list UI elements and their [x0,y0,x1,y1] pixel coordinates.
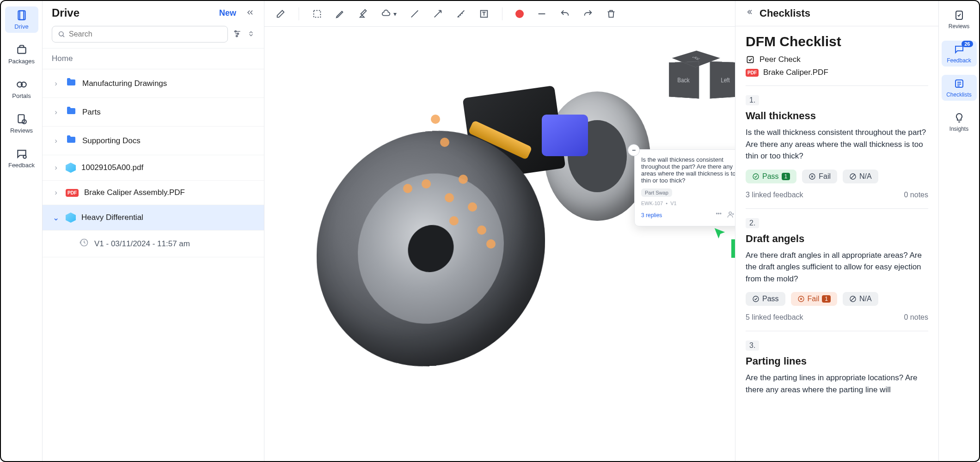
model-part [317,123,545,374]
feedback-marker[interactable] [459,175,468,184]
portals-icon [16,79,28,91]
nav-drive[interactable]: Drive [5,6,38,33]
left-nav-rail: Drive Packages Portals Reviews Feedback [1,1,43,461]
checklist-item: 1. Wall thickness Is the wall thickness … [746,85,928,208]
checklists-icon [953,78,965,90]
annotation-collapse-icon[interactable]: − [628,144,640,156]
breadcrumb[interactable]: Home [43,48,264,69]
checklist-item-desc: Are the parting lines in appropriate loc… [746,372,928,395]
edit-tool-icon[interactable] [276,9,286,19]
svg-rect-1 [19,11,24,20]
undo-icon[interactable] [560,9,570,19]
pass-chip[interactable]: Pass 1 [746,170,796,183]
nav-cube[interactable]: Top Back Left [680,55,721,96]
notes-count[interactable]: 0 notes [904,191,928,199]
svg-rect-2 [18,48,25,54]
toolbar-separator [299,7,299,20]
na-chip[interactable]: N/A [843,292,878,306]
linked-feedback-count[interactable]: 5 linked feedback [746,313,803,322]
search-box[interactable] [52,26,228,43]
cloud-tool-icon[interactable]: ▾ [381,9,397,19]
tree-version[interactable]: V1 - 03/11/2024 - 11:57 am [43,231,264,257]
tree-file[interactable]: › PDF Brake Caliper Assembly.PDF [43,181,264,205]
highlight-tool-icon[interactable] [358,9,368,19]
stroke-width-icon[interactable] [537,9,547,19]
checklist-item-number: 1. [746,95,759,105]
toolbar-separator [502,7,502,20]
redo-icon[interactable] [583,9,593,19]
feedback-icon [16,148,28,160]
nav-reviews[interactable]: Reviews [5,110,38,137]
color-red-icon[interactable] [515,10,524,18]
feedback-marker[interactable] [422,179,431,188]
tree-file-selected[interactable]: ⌄ Heavy Differential [43,205,264,231]
sort-icon[interactable] [247,29,255,40]
feedback-marker[interactable] [431,115,440,124]
line-tool-icon[interactable] [410,9,420,19]
filter-sliders-icon[interactable] [233,29,242,40]
drive-icon [16,9,28,21]
search-input[interactable] [69,30,222,38]
checklist-item-number: 3. [746,340,759,351]
right-nav-reviews[interactable]: Reviews [942,6,977,32]
nav-portals[interactable]: Portals [5,76,38,102]
feedback-marker[interactable] [440,138,449,147]
pdf-icon: PDF [66,189,79,197]
na-chip[interactable]: N/A [843,170,878,183]
right-nav-checklists[interactable]: Checklists [942,75,977,101]
text-tool-icon[interactable] [479,9,489,19]
nav-cube-left[interactable]: Left [710,61,735,98]
annotation-replies-link[interactable]: 3 replies [641,212,662,219]
annotation-text: Is the wall thickness consistent through… [641,156,735,184]
checklist-panel: Checklists DFM Checklist Peer Check PDF … [735,1,938,461]
pass-chip[interactable]: Pass [746,292,785,306]
linked-feedback-count[interactable]: 3 linked feedback [746,191,803,199]
svg-rect-5 [18,115,24,122]
feedback-marker[interactable] [403,184,412,193]
selection-tool-icon[interactable] [312,9,322,19]
chevron-right-icon: › [52,188,60,197]
annotation-tag[interactable]: Part Swap [641,188,672,197]
model-canvas[interactable]: − Is the wall thickness consistent throu… [264,27,735,461]
more-icon[interactable]: ••• [716,211,722,219]
expand-panel-icon[interactable] [745,7,754,19]
arrow-tool-icon[interactable] [433,9,443,19]
right-nav-feedback[interactable]: 26 Feedback [942,41,977,67]
notes-count[interactable]: 0 notes [904,313,928,322]
feedback-marker[interactable] [477,225,486,235]
right-nav-label: Reviews [949,23,969,30]
nav-packages-label: Packages [8,58,35,65]
feedback-marker[interactable] [486,239,496,249]
tree-file[interactable]: › 10029105A00.pdf [43,155,264,181]
fail-chip[interactable]: Fail [802,170,837,183]
pencil-tool-icon[interactable] [335,9,345,19]
nav-portals-label: Portals [12,92,31,99]
nav-feedback[interactable]: Feedback [5,145,38,171]
pdf-icon: PDF [746,69,759,77]
feedback-marker[interactable] [445,193,454,202]
tree-label: Heavy Differential [81,213,143,222]
collapse-panel-icon[interactable] [245,8,255,18]
history-icon [80,238,89,249]
tree-folder[interactable]: › Parts [43,98,264,127]
folder-icon [66,105,77,119]
feedback-marker[interactable] [468,202,477,212]
measure-tool-icon[interactable] [456,9,466,19]
chevron-right-icon: › [52,136,60,146]
nav-packages[interactable]: Packages [5,41,38,67]
tree-folder[interactable]: › Supporting Docs [43,127,264,155]
fail-chip[interactable]: Fail 1 [791,292,837,306]
trash-icon[interactable] [606,9,616,19]
right-nav-label: Checklists [946,91,972,98]
annotation-card[interactable]: Is the wall thickness consistent through… [634,149,735,226]
checklist-file-ref[interactable]: PDF Brake Caliper.PDF [746,68,928,77]
feedback-marker[interactable] [449,216,459,225]
checklist-peer-check: Peer Check [746,55,928,64]
tree-folder[interactable]: › Manufacturing Drawings [43,69,264,98]
right-nav-insights[interactable]: Insights [942,109,977,135]
fail-count: 1 [822,295,831,303]
new-button[interactable]: New [219,8,236,18]
pass-count: 1 [782,173,790,180]
add-user-icon[interactable] [727,211,735,219]
checklist-title: DFM Checklist [746,34,928,49]
